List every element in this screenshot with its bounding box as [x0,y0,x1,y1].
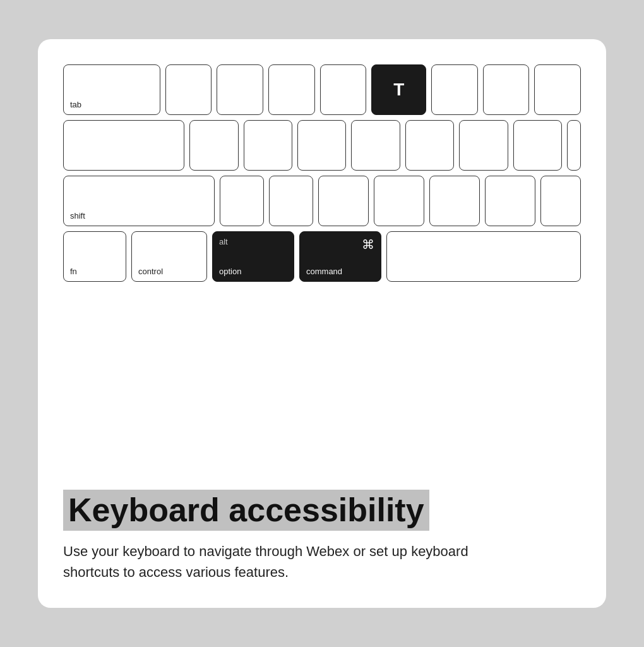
keyboard-row-1: tab T [63,64,581,115]
key-i[interactable] [534,64,581,115]
key-a[interactable] [189,120,238,171]
option-key-label: option [219,267,287,276]
keyboard-section: tab T [63,64,581,477]
key-k[interactable] [567,120,581,171]
alt-label: alt [219,237,287,246]
key-s[interactable] [244,120,292,171]
keyboard-row-4: fn control alt option [63,231,581,282]
key-m[interactable] [540,176,581,226]
key-t-label: T [393,80,404,100]
key-g[interactable] [405,120,454,171]
caps-key[interactable] [63,120,184,171]
key-h[interactable] [459,120,508,171]
control-key[interactable]: control [131,231,207,282]
key-f[interactable] [351,120,400,171]
key-q[interactable] [165,64,212,115]
text-section: Keyboard accessibility Use your keyboard… [63,477,581,583]
key-b[interactable] [429,176,480,226]
key-c[interactable] [318,176,369,226]
key-t-highlighted[interactable]: T [371,64,426,115]
key-d[interactable] [297,120,346,171]
key-n[interactable] [485,176,535,226]
command-symbol: ⌘ [362,237,374,252]
heading-highlight: Keyboard accessibility [63,490,429,531]
fn-key-label: fn [70,267,119,276]
key-x[interactable] [269,176,313,226]
tab-key-label: tab [70,100,153,109]
key-w[interactable] [217,64,263,115]
option-key[interactable]: alt option [212,231,294,282]
control-key-label: control [138,267,200,276]
page-title: Keyboard accessibility [68,492,424,528]
card: tab T [38,39,606,608]
command-key[interactable]: ⌘ command [299,231,381,282]
key-j[interactable] [513,120,562,171]
description-text: Use your keyboard to navigate through We… [63,541,492,583]
key-z[interactable] [220,176,264,226]
shift-key[interactable]: shift [63,176,215,226]
fn-key[interactable]: fn [63,231,126,282]
command-key-label: command [306,267,374,276]
key-e[interactable] [268,64,315,115]
keyboard-row-2 [63,120,581,171]
key-v[interactable] [374,176,424,226]
keyboard-row-3: shift [63,176,581,226]
keyboard: tab T [63,64,581,282]
shift-key-label: shift [70,211,208,221]
space-key[interactable] [386,231,581,282]
key-u[interactable] [483,64,530,115]
tab-key[interactable]: tab [63,64,160,115]
key-r[interactable] [320,64,367,115]
key-y[interactable] [431,64,478,115]
